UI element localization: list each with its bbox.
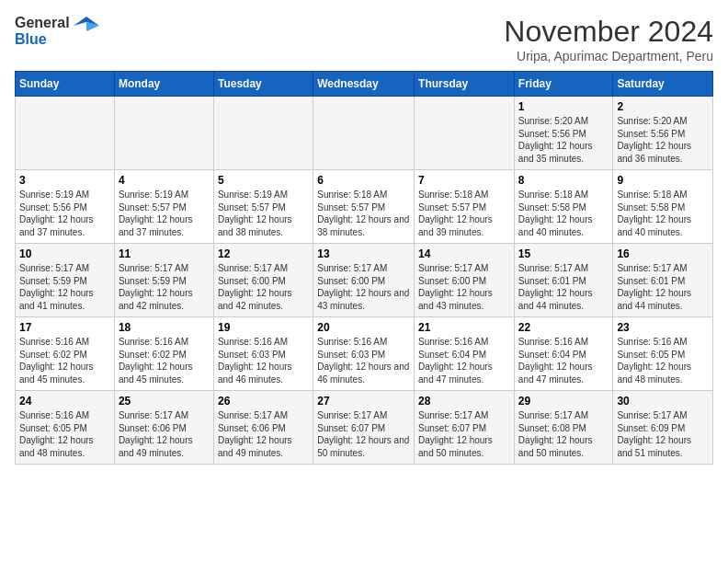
day-info: Sunrise: 5:19 AM Sunset: 5:57 PM Dayligh… [119,189,210,238]
day-info: Sunrise: 5:18 AM Sunset: 5:57 PM Dayligh… [418,189,510,238]
day-info: Sunrise: 5:17 AM Sunset: 5:59 PM Dayligh… [119,262,210,312]
day-info: Sunrise: 5:16 AM Sunset: 6:03 PM Dayligh… [218,336,309,385]
calendar-cell: 6Sunrise: 5:18 AM Sunset: 5:57 PM Daylig… [313,170,415,244]
day-info: Sunrise: 5:17 AM Sunset: 6:01 PM Dayligh… [617,262,709,312]
calendar-week-row: 1Sunrise: 5:20 AM Sunset: 5:56 PM Daylig… [16,97,713,170]
weekday-header-row: SundayMondayTuesdayWednesdayThursdayFrid… [16,72,713,97]
weekday-header-saturday: Saturday [613,72,713,97]
logo-general: General [15,15,70,31]
day-info: Sunrise: 5:17 AM Sunset: 6:00 PM Dayligh… [218,262,309,312]
day-info: Sunrise: 5:18 AM Sunset: 5:58 PM Dayligh… [518,189,609,238]
calendar-cell: 7Sunrise: 5:18 AM Sunset: 5:57 PM Daylig… [415,170,515,244]
calendar-cell: 4Sunrise: 5:19 AM Sunset: 5:57 PM Daylig… [114,170,213,244]
weekday-header-sunday: Sunday [16,72,115,97]
calendar-cell: 11Sunrise: 5:17 AM Sunset: 5:59 PM Dayli… [114,244,213,317]
calendar-cell: 21Sunrise: 5:16 AM Sunset: 6:04 PM Dayli… [415,317,515,391]
calendar-cell [213,97,313,170]
day-info: Sunrise: 5:17 AM Sunset: 6:01 PM Dayligh… [518,262,609,312]
day-info: Sunrise: 5:16 AM Sunset: 6:02 PM Dayligh… [119,336,210,385]
day-info: Sunrise: 5:17 AM Sunset: 6:06 PM Dayligh… [218,409,309,459]
calendar-cell: 16Sunrise: 5:17 AM Sunset: 6:01 PM Dayli… [613,244,713,317]
day-info: Sunrise: 5:17 AM Sunset: 6:07 PM Dayligh… [418,409,510,459]
day-number: 21 [418,321,510,334]
calendar-cell: 28Sunrise: 5:17 AM Sunset: 6:07 PM Dayli… [415,391,515,465]
weekday-header-monday: Monday [114,72,213,97]
day-number: 26 [218,395,309,408]
calendar-cell: 24Sunrise: 5:16 AM Sunset: 6:05 PM Dayli… [16,391,115,465]
day-number: 18 [119,321,210,334]
day-number: 20 [317,321,410,334]
day-number: 22 [518,321,609,334]
calendar-cell: 2Sunrise: 5:20 AM Sunset: 5:56 PM Daylig… [613,97,713,170]
calendar-week-row: 17Sunrise: 5:16 AM Sunset: 6:02 PM Dayli… [16,317,713,391]
day-number: 8 [518,174,609,187]
weekday-header-friday: Friday [514,72,613,97]
day-info: Sunrise: 5:17 AM Sunset: 6:09 PM Dayligh… [617,409,709,459]
day-number: 6 [317,174,410,187]
day-info: Sunrise: 5:16 AM Sunset: 6:03 PM Dayligh… [317,336,410,385]
day-info: Sunrise: 5:17 AM Sunset: 5:59 PM Dayligh… [19,262,110,312]
day-number: 13 [317,247,410,260]
day-info: Sunrise: 5:17 AM Sunset: 6:08 PM Dayligh… [518,409,609,459]
calendar-cell: 9Sunrise: 5:18 AM Sunset: 5:58 PM Daylig… [613,170,713,244]
day-number: 10 [19,247,110,260]
logo: General Blue [15,15,99,48]
day-number: 27 [317,395,410,408]
day-number: 16 [617,247,709,260]
day-number: 28 [418,395,510,408]
day-number: 19 [218,321,309,334]
day-info: Sunrise: 5:16 AM Sunset: 6:05 PM Dayligh… [19,409,110,459]
calendar-cell: 19Sunrise: 5:16 AM Sunset: 6:03 PM Dayli… [213,317,313,391]
day-number: 23 [617,321,709,334]
calendar-cell [415,97,515,170]
calendar-cell [16,97,115,170]
weekday-header-tuesday: Tuesday [213,72,313,97]
calendar-cell: 22Sunrise: 5:16 AM Sunset: 6:04 PM Dayli… [514,317,613,391]
weekday-header-wednesday: Wednesday [313,72,415,97]
calendar-week-row: 24Sunrise: 5:16 AM Sunset: 6:05 PM Dayli… [16,391,713,465]
calendar-cell: 20Sunrise: 5:16 AM Sunset: 6:03 PM Dayli… [313,317,415,391]
day-number: 29 [518,395,609,408]
day-number: 9 [617,174,709,187]
day-number: 5 [218,174,309,187]
calendar-cell [114,97,213,170]
day-info: Sunrise: 5:17 AM Sunset: 6:00 PM Dayligh… [317,262,410,312]
day-number: 25 [119,395,210,408]
calendar-cell: 10Sunrise: 5:17 AM Sunset: 5:59 PM Dayli… [16,244,115,317]
calendar-cell: 1Sunrise: 5:20 AM Sunset: 5:56 PM Daylig… [514,97,613,170]
day-number: 24 [19,395,110,408]
calendar-cell: 12Sunrise: 5:17 AM Sunset: 6:00 PM Dayli… [213,244,313,317]
day-number: 7 [418,174,510,187]
calendar-week-row: 10Sunrise: 5:17 AM Sunset: 5:59 PM Dayli… [16,244,713,317]
day-info: Sunrise: 5:17 AM Sunset: 6:07 PM Dayligh… [317,409,410,459]
calendar-cell: 27Sunrise: 5:17 AM Sunset: 6:07 PM Dayli… [313,391,415,465]
calendar-cell: 15Sunrise: 5:17 AM Sunset: 6:01 PM Dayli… [514,244,613,317]
day-info: Sunrise: 5:20 AM Sunset: 5:56 PM Dayligh… [617,115,709,165]
calendar-cell: 13Sunrise: 5:17 AM Sunset: 6:00 PM Dayli… [313,244,415,317]
calendar-cell: 8Sunrise: 5:18 AM Sunset: 5:58 PM Daylig… [514,170,613,244]
calendar-cell: 29Sunrise: 5:17 AM Sunset: 6:08 PM Dayli… [514,391,613,465]
calendar-cell: 18Sunrise: 5:16 AM Sunset: 6:02 PM Dayli… [114,317,213,391]
calendar-cell: 30Sunrise: 5:17 AM Sunset: 6:09 PM Dayli… [613,391,713,465]
day-info: Sunrise: 5:16 AM Sunset: 6:02 PM Dayligh… [19,336,110,385]
location-subtitle: Uripa, Apurimac Department, Peru [504,49,713,63]
day-number: 3 [19,174,110,187]
day-number: 4 [119,174,210,187]
day-info: Sunrise: 5:17 AM Sunset: 6:00 PM Dayligh… [418,262,510,312]
day-info: Sunrise: 5:17 AM Sunset: 6:06 PM Dayligh… [119,409,210,459]
title-block: November 2024 Uripa, Apurimac Department… [504,15,713,63]
calendar-cell: 14Sunrise: 5:17 AM Sunset: 6:00 PM Dayli… [415,244,515,317]
day-info: Sunrise: 5:19 AM Sunset: 5:56 PM Dayligh… [19,189,110,238]
day-info: Sunrise: 5:16 AM Sunset: 6:04 PM Dayligh… [418,336,510,385]
month-title: November 2024 [504,15,713,49]
day-number: 1 [518,100,609,113]
day-info: Sunrise: 5:18 AM Sunset: 5:58 PM Dayligh… [617,189,709,238]
day-number: 15 [518,247,609,260]
logo-bird-icon [74,13,99,42]
day-info: Sunrise: 5:19 AM Sunset: 5:57 PM Dayligh… [218,189,309,238]
day-info: Sunrise: 5:16 AM Sunset: 6:05 PM Dayligh… [617,336,709,385]
calendar-table: SundayMondayTuesdayWednesdayThursdayFrid… [15,71,713,465]
day-number: 17 [19,321,110,334]
day-info: Sunrise: 5:16 AM Sunset: 6:04 PM Dayligh… [518,336,609,385]
day-number: 14 [418,247,510,260]
